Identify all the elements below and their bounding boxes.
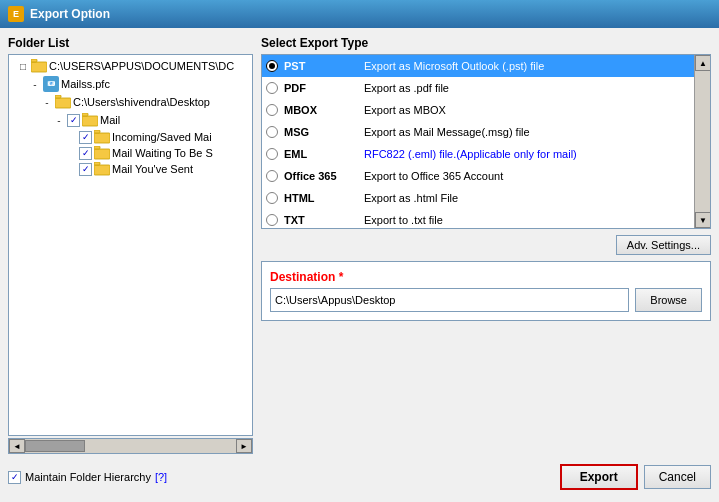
folder-icon-incoming [94,130,110,144]
folder-icon-waiting [94,146,110,160]
svg-rect-8 [94,149,110,159]
export-option-pdf[interactable]: PDF Export as .pdf file [262,77,710,99]
title-bar: E Export Option [0,0,719,28]
export-name-msg: MSG [284,126,364,138]
svg-rect-5 [82,113,88,116]
folder-panel: Folder List □ C:\USERS\APPUS\DOCUMENTS\D… [8,36,253,454]
export-type-list[interactable]: PST Export as Microsoft Outlook (.pst) f… [261,54,711,229]
tree-item-mail[interactable]: - ✓ Mail [11,111,250,129]
svg-rect-3 [55,95,61,98]
tree-label-shivendra: C:\Users\shivendra\Desktop [73,96,210,108]
folder-h-scrollbar[interactable]: ◄ ► [8,438,253,454]
tree-item-root[interactable]: □ C:\USERS\APPUS\DOCUMENTS\DC [11,57,250,75]
folder-icon-shivendra [55,95,71,109]
export-desc-msg: Export as Mail Message(.msg) file [364,126,530,138]
export-option-msg[interactable]: MSG Export as Mail Message(.msg) file [262,121,710,143]
export-option-office365[interactable]: Office 365 Export to Office 365 Account [262,165,710,187]
expander-mail[interactable]: - [51,112,67,128]
tree-label-root: C:\USERS\APPUS\DOCUMENTS\DC [49,60,234,72]
radio-mbox[interactable] [266,104,278,116]
scroll-right-btn[interactable]: ► [236,439,252,453]
export-desc-mbox: Export as MBOX [364,104,446,116]
export-option-mbox[interactable]: MBOX Export as MBOX [262,99,710,121]
bottom-bar: ✓ Maintain Folder Hierarchy [?] Export C… [8,460,711,494]
app-icon: E [8,6,24,22]
folder-tree[interactable]: □ C:\USERS\APPUS\DOCUMENTS\DC - 📧 Mailss… [8,54,253,436]
folder-icon-root [31,59,47,73]
checkbox-waiting[interactable]: ✓ [79,147,92,160]
svg-rect-4 [82,116,98,126]
tree-label-incoming: Incoming/Saved Mai [112,131,212,143]
radio-office365[interactable] [266,170,278,182]
tree-item-waiting[interactable]: ✓ Mail Waiting To Be S [11,145,250,161]
export-desc-html: Export as .html File [364,192,458,204]
required-marker: * [339,270,344,284]
radio-pst[interactable] [266,60,278,72]
main-content: Folder List □ C:\USERS\APPUS\DOCUMENTS\D… [8,36,711,454]
bottom-buttons: Export Cancel [560,464,711,490]
export-desc-txt: Export to .txt file [364,214,443,226]
export-name-txt: TXT [284,214,364,226]
export-type-section: Select Export Type PST Export as Microso… [261,36,711,229]
expander-root[interactable]: □ [15,58,31,74]
export-name-pdf: PDF [284,82,364,94]
export-name-eml: EML [284,148,364,160]
radio-msg[interactable] [266,126,278,138]
export-name-html: HTML [284,192,364,204]
tree-label-mailss: Mailss.pfc [61,78,110,90]
svg-rect-2 [55,98,71,108]
tree-item-shivendra[interactable]: - C:\Users\shivendra\Desktop [11,93,250,111]
export-scrollbar[interactable]: ▲ ▼ [694,55,710,228]
export-option-txt[interactable]: TXT Export to .txt file [262,209,710,229]
adv-settings-button[interactable]: Adv. Settings... [616,235,711,255]
svg-rect-11 [94,162,100,165]
expander-shivendra[interactable]: - [39,94,55,110]
expander-mailss[interactable]: - [27,76,43,92]
export-type-label: Select Export Type [261,36,711,50]
export-desc-pst: Export as Microsoft Outlook (.pst) file [364,60,544,72]
tree-item-incoming[interactable]: ✓ Incoming/Saved Mai [11,129,250,145]
maintain-help-link[interactable]: [?] [155,471,167,483]
export-desc-pdf: Export as .pdf file [364,82,449,94]
svg-rect-9 [94,146,100,149]
scroll-up-btn[interactable]: ▲ [695,55,711,71]
export-name-pst: PST [284,60,364,72]
browse-button[interactable]: Browse [635,288,702,312]
checkbox-sent[interactable]: ✓ [79,163,92,176]
destination-input[interactable] [270,288,629,312]
scroll-track-right [695,71,710,212]
maintain-hierarchy-label: Maintain Folder Hierarchy [25,471,151,483]
maintain-hierarchy-checkbox[interactable]: ✓ [8,471,21,484]
folder-panel-label: Folder List [8,36,253,50]
tree-label-sent: Mail You've Sent [112,163,193,175]
svg-rect-1 [31,59,37,62]
radio-html[interactable] [266,192,278,204]
right-panel: Select Export Type PST Export as Microso… [261,36,711,454]
dialog-title: Export Option [30,7,110,21]
export-option-pst[interactable]: PST Export as Microsoft Outlook (.pst) f… [262,55,710,77]
checkbox-mail[interactable]: ✓ [67,114,80,127]
radio-pdf[interactable] [266,82,278,94]
radio-txt[interactable] [266,214,278,226]
maintain-hierarchy-row: ✓ Maintain Folder Hierarchy [?] [8,471,167,484]
export-option-eml[interactable]: EML RFC822 (.eml) file.(Applicable only … [262,143,710,165]
export-button[interactable]: Export [560,464,638,490]
export-option-html[interactable]: HTML Export as .html File [262,187,710,209]
scroll-down-btn[interactable]: ▼ [695,212,711,228]
adv-settings-row: Adv. Settings... [261,235,711,255]
scroll-track [25,440,236,452]
tree-label-mail: Mail [100,114,120,126]
dialog-body: Folder List □ C:\USERS\APPUS\DOCUMENTS\D… [0,28,719,502]
radio-eml[interactable] [266,148,278,160]
svg-rect-0 [31,62,47,72]
export-name-office365: Office 365 [284,170,364,182]
pfc-icon-mailss: 📧 [43,76,59,92]
destination-label: Destination * [270,270,702,284]
checkbox-incoming[interactable]: ✓ [79,131,92,144]
cancel-button[interactable]: Cancel [644,465,711,489]
destination-section: Destination * Browse [261,261,711,321]
scroll-left-btn[interactable]: ◄ [9,439,25,453]
scroll-thumb[interactable] [25,440,85,452]
tree-item-sent[interactable]: ✓ Mail You've Sent [11,161,250,177]
tree-item-mailss[interactable]: - 📧 Mailss.pfc [11,75,250,93]
